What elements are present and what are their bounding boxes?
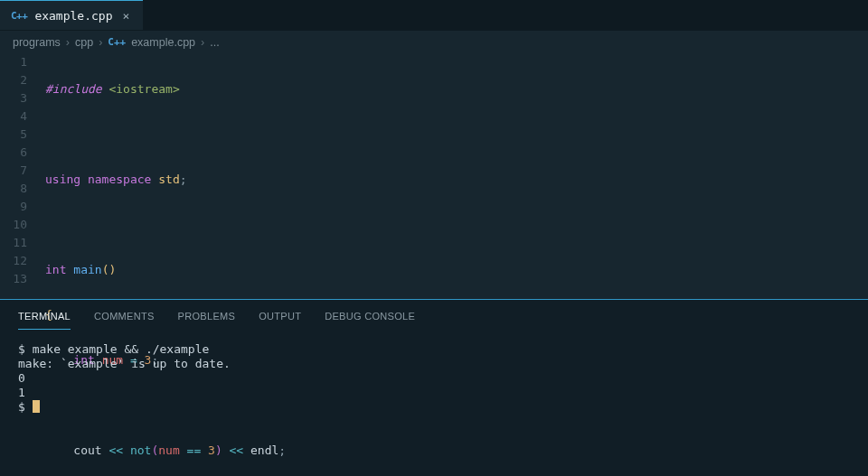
line-number: 5: [0, 126, 27, 144]
chevron-right-icon: ›: [201, 36, 204, 49]
code-line[interactable]: [45, 126, 868, 144]
line-number: 9: [0, 198, 27, 216]
tab-filename: example.cpp: [34, 9, 112, 23]
line-number: 12: [0, 252, 27, 270]
code-line[interactable]: int main(): [45, 261, 868, 279]
terminal-cursor-icon: [33, 400, 40, 413]
line-number: 13: [0, 270, 27, 288]
code-line[interactable]: [45, 216, 868, 234]
code-line[interactable]: [45, 397, 868, 415]
tab-bar: C++ example.cpp ×: [0, 0, 868, 31]
breadcrumb-item-file[interactable]: example.cpp: [131, 36, 195, 49]
tab-example-cpp[interactable]: C++ example.cpp ×: [0, 0, 143, 30]
line-number: 8: [0, 180, 27, 198]
code-line[interactable]: #include <iostream>: [45, 80, 868, 98]
close-icon[interactable]: ×: [119, 9, 132, 23]
code-line[interactable]: cout << not(num == 3) << endl;: [45, 442, 868, 460]
code-line[interactable]: using namespace std;: [45, 171, 868, 189]
panel-tab-output[interactable]: OUTPUT: [259, 307, 301, 330]
breadcrumb-item-programs[interactable]: programs: [13, 36, 61, 49]
line-number: 11: [0, 234, 27, 252]
panel-tab-comments[interactable]: COMMENTS: [94, 307, 155, 330]
panel-tab-terminal[interactable]: TERMINAL: [18, 307, 71, 330]
breadcrumb-item-more[interactable]: ...: [210, 36, 219, 49]
terminal-prompt: $: [18, 400, 33, 414]
line-number: 6: [0, 144, 27, 162]
cpp-file-icon: C++: [11, 10, 27, 22]
panel-tab-debug-console[interactable]: DEBUG CONSOLE: [325, 307, 415, 330]
cpp-file-icon: C++: [108, 36, 126, 48]
line-number-gutter: 1 2 3 4 5 6 7 8 9 10 11 12 13: [0, 53, 45, 299]
breadcrumb-item-cpp[interactable]: cpp: [75, 36, 93, 49]
line-number: 4: [0, 107, 27, 126]
panel-tab-problems[interactable]: PROBLEMS: [178, 307, 236, 330]
code-editor[interactable]: 1 2 3 4 5 6 7 8 9 10 11 12 13 #include <…: [0, 53, 868, 299]
breadcrumb: programs › cpp › C++ example.cpp › ...: [0, 31, 868, 53]
line-number: 7: [0, 162, 27, 180]
chevron-right-icon: ›: [66, 36, 70, 49]
line-number: 3: [0, 89, 27, 107]
code-content[interactable]: #include <iostream> using namespace std;…: [45, 53, 868, 299]
line-number: 10: [0, 216, 27, 234]
code-line[interactable]: {: [45, 306, 868, 324]
line-number: 1: [0, 53, 27, 71]
line-number: 2: [0, 71, 27, 89]
chevron-right-icon: ›: [99, 36, 102, 49]
